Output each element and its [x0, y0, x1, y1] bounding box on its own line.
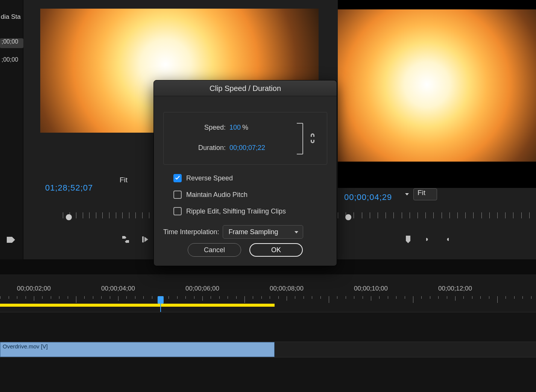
- speed-unit: %: [242, 124, 248, 132]
- project-sidebar-fragment: dia Sta ;00;00 ;00;00: [0, 0, 23, 259]
- time-interpolation-label: Time Interpolation:: [163, 228, 219, 236]
- dialog-title: Clip Speed / Duration: [154, 80, 337, 96]
- program-scrubber[interactable]: [338, 212, 530, 221]
- maintain-audio-pitch-checkbox[interactable]: [173, 191, 182, 199]
- maintain-audio-pitch-row[interactable]: Maintain Audio Pitch: [173, 191, 248, 199]
- reverse-speed-checkbox[interactable]: [173, 174, 182, 182]
- time-interpolation-dropdown[interactable]: Frame Sampling: [223, 225, 303, 239]
- timeline-time-label: 00;00;02;00: [17, 285, 51, 292]
- playhead-handle[interactable]: [158, 296, 164, 304]
- ripple-edit-label: Ripple Edit, Shifting Trailing Clips: [186, 207, 286, 215]
- video-frame-explosion: [338, 0, 536, 188]
- timeline-time-label: 00;00;06;00: [185, 285, 219, 292]
- clip-speed-duration-dialog: Clip Speed / Duration Speed: 100 % Durat…: [153, 80, 337, 266]
- timeline-clip[interactable]: Overdrive.mov [V]: [0, 342, 275, 357]
- timeline-track-below[interactable]: [0, 357, 536, 392]
- timeline-clip-label: Overdrive.mov [V]: [3, 343, 48, 350]
- letterbox-bottom: [338, 162, 536, 188]
- source-scrubber-thumb[interactable]: [66, 214, 72, 220]
- link-bracket: [295, 122, 304, 156]
- ripple-edit-checkbox[interactable]: [173, 207, 182, 215]
- time-interpolation-value: Frame Sampling: [228, 228, 278, 236]
- ripple-edit-row[interactable]: Ripple Edit, Shifting Trailing Clips: [173, 207, 286, 215]
- mark-in-icon[interactable]: [423, 235, 432, 244]
- duration-value[interactable]: 00;00;07;22: [229, 144, 265, 152]
- speed-value[interactable]: 100: [229, 124, 241, 132]
- sidebar-timecode-in[interactable]: ;00;00: [0, 38, 23, 48]
- reverse-speed-label: Reverse Speed: [186, 174, 233, 182]
- ok-button[interactable]: OK: [249, 243, 303, 257]
- app-root: { "sidebar": { "tab_label": "dia Sta", "…: [0, 0, 536, 392]
- dialog-button-row: Cancel OK: [154, 243, 337, 257]
- sidebar-timecode-out[interactable]: ;00;00: [0, 56, 23, 66]
- program-preview[interactable]: [338, 0, 536, 188]
- timeline-time-label: 00;00;12;00: [438, 285, 472, 292]
- program-monitor: 00;00;04;29 Fit: [332, 0, 536, 259]
- source-timecode[interactable]: 01;28;52;07: [45, 183, 93, 193]
- overwrite-icon[interactable]: [141, 235, 150, 244]
- timeline-ticks: [0, 296, 536, 304]
- add-marker-icon[interactable]: [404, 235, 413, 244]
- reverse-speed-row[interactable]: Reverse Speed: [173, 174, 233, 182]
- timeline-track-empty[interactable]: [0, 312, 536, 342]
- check-icon: [175, 175, 181, 181]
- letterbox-top: [338, 0, 536, 9]
- speed-label: Speed:: [190, 124, 226, 132]
- time-interpolation-row: Time Interpolation: Frame Sampling: [163, 225, 303, 239]
- panel-tab[interactable]: dia Sta: [0, 11, 23, 23]
- source-transport-buttons: [121, 235, 150, 244]
- program-zoom-value: Fit: [413, 188, 437, 200]
- chevron-down-icon: [294, 230, 299, 235]
- program-transport-buttons: [404, 235, 452, 244]
- marker-icon[interactable]: [7, 237, 15, 244]
- duration-label: Duration:: [179, 144, 226, 152]
- timeline-time-label: 00;00;10;00: [354, 285, 388, 292]
- program-scrubber-thumb[interactable]: [345, 214, 351, 220]
- speed-duration-group: Speed: 100 % Duration: 00;00;07;22: [163, 112, 327, 165]
- timeline-time-label: 00;00;04;00: [101, 285, 135, 292]
- cancel-button[interactable]: Cancel: [188, 243, 241, 257]
- timeline-panel: 00;00;02;0000;00;04;0000;00;06;0000;00;0…: [0, 274, 536, 392]
- link-icon[interactable]: [309, 133, 316, 144]
- chevron-down-icon: [404, 192, 410, 197]
- insert-icon[interactable]: [121, 235, 130, 244]
- timeline-time-label: 00;00;08;00: [270, 285, 304, 292]
- timeline-work-area-bar[interactable]: [0, 304, 275, 307]
- source-zoom-value: Fit: [116, 176, 139, 188]
- mark-out-icon[interactable]: [443, 235, 452, 244]
- maintain-audio-pitch-label: Maintain Audio Pitch: [186, 191, 248, 199]
- program-timecode[interactable]: 00;00;04;29: [344, 192, 392, 202]
